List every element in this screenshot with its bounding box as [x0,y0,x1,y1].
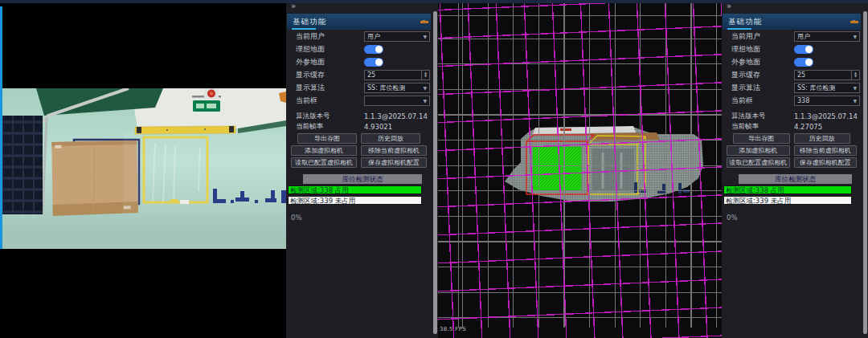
chevron-down-icon: ▼ [423,85,427,91]
load-virtual-camera-button[interactable]: 读取已配置虚拟相机 [291,157,357,168]
chevron-down-icon: ▼ [853,34,857,39]
ideal-ground-toggle[interactable] [794,45,813,54]
panel-expand-icon[interactable]: » [291,2,296,10]
panel-title: 基础功能 [293,17,326,27]
load-virtual-camera-button[interactable]: 读取已配置虚拟相机 [727,157,790,168]
current-frame-label: 当前框 [296,96,364,106]
current-user-row: 当前用户 用户 ▼ [722,30,862,43]
display-algo-select[interactable]: SS: 库位检测 ▼ [364,83,430,93]
ideal-ground-label: 理想地面 [731,44,794,55]
extrinsic-ground-label: 外参地面 [731,57,794,67]
panel-title: 基础功能 [728,17,762,27]
right-control-panel: » 基础功能 ▾ 当前用户 用户 ▼ 理想地面 外参地面 [722,0,868,338]
current-frame-select[interactable]: 338 ▼ [794,96,860,106]
spinner-buttons[interactable]: ▲▼ [421,71,429,79]
display-cache-label: 显示缓存 [296,70,364,80]
panel-accent-dash [420,21,428,23]
frame-rate-value: 4.27075 [794,123,860,131]
save-virtual-camera-button[interactable]: 保存虚拟相机配置 [794,157,858,168]
toggle-knob [375,46,383,53]
left-control-panel: » 基础功能 ▾ 当前用户 用户 ▼ 理想地面 外参地面 [286,0,438,338]
panel-scrollbar[interactable] [863,11,867,334]
display-algo-label: 显示算法 [296,83,364,93]
remove-virtual-camera-button[interactable]: 移除当前虚拟相机 [361,145,427,156]
save-virtual-camera-button[interactable]: 保存虚拟相机配置 [361,157,427,168]
extrinsic-ground-toggle[interactable] [794,58,813,67]
display-cache-input[interactable]: 25 ▲▼ [794,70,860,80]
extrinsic-ground-row: 外参地面 [286,55,432,68]
history-playback-button[interactable]: 历史回放 [794,133,851,144]
frame-rate-value: 4.93021 [364,123,430,131]
ideal-ground-label: 理想地面 [296,44,364,55]
window-top-strip [0,0,868,3]
current-user-row: 当前用户 用户 ▼ [286,30,432,43]
algo-version-value: 1.1.3@2025.07.14 [794,112,860,120]
algo-version-value: 1.1.3@2025.07.14 [364,112,430,120]
camera-photo [2,88,286,249]
spinner-buttons[interactable]: ▲▼ [851,71,859,79]
detection-area-338-status: 检测区域:338 占用 [723,185,852,194]
export-image-button[interactable]: 导出存图 [297,133,357,144]
panel-accent-dash [850,21,858,23]
slot-detection-status-header: 库位检测状态 [739,174,852,184]
extrinsic-ground-grid [438,0,722,338]
display-cache-row: 显示缓存 25 ▲▼ [722,68,862,81]
detection-area-339-status: 检测区域:339 未占用 [288,196,422,205]
current-frame-select[interactable]: ▼ [364,96,430,106]
viewport-fps-overlay: 38.5 FPS [440,326,466,332]
display-cache-row: 显示缓存 25 ▲▼ [286,68,432,81]
frame-rate-row: 当前帧率 4.27075 [722,121,862,132]
chevron-down-icon: ▼ [853,98,857,104]
current-user-label: 当前用户 [731,31,794,42]
history-playback-button[interactable]: 历史回放 [361,133,420,144]
ideal-ground-row: 理想地面 [286,43,432,55]
slot-detection-status-header: 库位检测状态 [303,174,422,184]
current-frame-label: 当前框 [731,96,794,106]
detection-area-338-status: 检测区域:338 占用 [288,185,422,194]
add-virtual-camera-button[interactable]: 添加虚拟相机 [727,145,790,156]
toggle-knob [375,59,383,66]
camera-image-pane [0,0,286,338]
current-user-label: 当前用户 [296,31,364,42]
chevron-down-icon: ▼ [423,98,427,104]
algo-version-row: 算法版本号 1.1.3@2025.07.14 [722,111,862,121]
chevron-down-icon: ▼ [423,34,427,39]
current-frame-row: 当前框 ▼ [286,94,432,107]
add-virtual-camera-button[interactable]: 添加虚拟相机 [291,145,357,156]
fire-alarm [204,88,219,100]
current-user-select[interactable]: 用户 ▼ [794,31,860,42]
export-image-button[interactable]: 导出存图 [733,133,790,144]
panel-expand-icon[interactable]: » [727,2,731,10]
pointcloud-3d-viewport[interactable]: 38.5 FPS [438,0,722,338]
toggle-knob [805,59,813,66]
extrinsic-ground-toggle[interactable] [364,58,383,67]
algo-version-row: 算法版本号 1.1.3@2025.07.14 [286,111,432,121]
progress-value: 0% [727,214,862,222]
floor-bottom-edge [2,239,286,249]
ideal-ground-toggle[interactable] [364,45,383,54]
floor-shine-band [123,132,286,213]
remove-virtual-camera-button[interactable]: 移除当前虚拟相机 [794,145,858,156]
display-cache-input[interactable]: 25 ▲▼ [364,70,430,80]
display-algo-row: 显示算法 SS: 库位检测 ▼ [722,81,862,94]
extrinsic-ground-label: 外参地面 [296,57,364,67]
display-cache-label: 显示缓存 [731,70,794,80]
display-algo-row: 显示算法 SS: 库位检测 ▼ [286,81,432,94]
basic-functions-header[interactable]: 基础功能 ▾ [723,14,861,30]
current-frame-row: 当前框 338 ▼ [722,94,862,107]
extrinsic-ground-row: 外参地面 [722,55,862,68]
basic-functions-header[interactable]: 基础功能 ▾ [287,14,431,30]
stacked-crates [2,116,43,214]
frame-rate-row: 当前帧率 4.93021 [286,121,432,132]
chevron-down-icon: ▼ [853,85,857,91]
application-window: » 基础功能 ▾ 当前用户 用户 ▼ 理想地面 外参地面 [0,0,868,338]
panel-scrollbar[interactable] [433,11,437,334]
progress-value: 0% [291,214,432,222]
display-algo-select[interactable]: SS: 库位检测 ▼ [794,83,860,93]
current-user-select[interactable]: 用户 ▼ [364,31,430,42]
ideal-ground-row: 理想地面 [722,43,862,55]
display-algo-label: 显示算法 [731,83,794,93]
toggle-knob [805,46,813,53]
detection-area-339-status: 检测区域:339 未占用 [723,196,852,205]
